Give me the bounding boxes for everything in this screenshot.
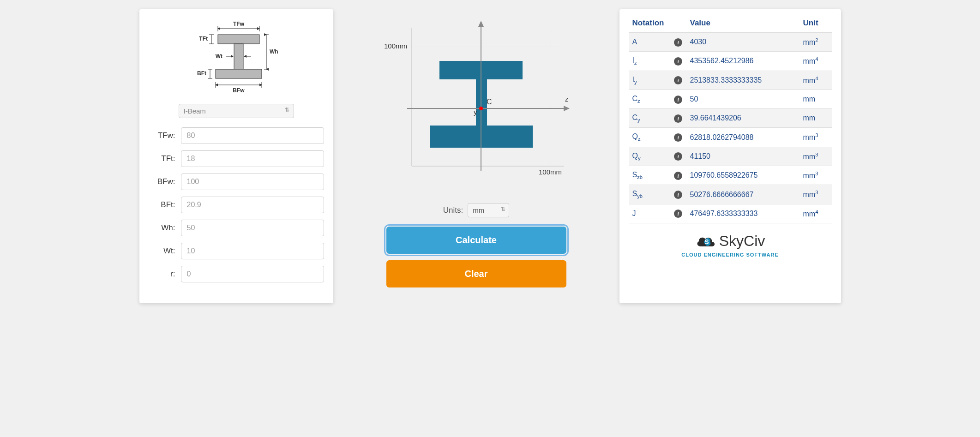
value-cell: 50 [686,90,800,108]
notation-cell: Qz [629,128,670,147]
notation-cell: Iy [629,71,670,90]
table-row: Czi50mm [629,90,832,108]
svg-marker-30 [564,106,570,111]
svg-marker-28 [478,21,484,27]
svg-rect-1 [234,44,243,69]
section-plot: 100mm 100mm C y z [379,18,573,185]
info-cell: i [670,147,686,166]
info-cell: i [670,52,686,71]
field-input-bfw[interactable] [181,174,324,190]
notation-cell: Iz [629,52,670,71]
info-icon[interactable]: i [674,172,682,180]
table-row: Ji476497.6333333333mm4 [629,204,832,223]
notation-cell: Cz [629,90,670,108]
col-unit: Unit [800,14,832,33]
value-cell: 39.6641439206 [686,109,800,128]
svg-point-31 [479,107,483,110]
field-input-bft[interactable] [181,197,324,213]
info-cell: i [670,166,686,185]
value-cell: 41150 [686,147,800,166]
info-cell: i [670,71,686,90]
notation-cell: J [629,204,670,223]
calculate-button[interactable]: Calculate [386,227,566,254]
field-row: BFt: [149,197,324,213]
value-cell: 109760.6558922675 [686,166,800,185]
svg-rect-0 [218,35,259,44]
info-cell: i [670,185,686,204]
info-cell: i [670,90,686,108]
field-label: Wh: [149,223,181,233]
table-row: Izi4353562.45212986mm4 [629,52,832,71]
value-cell: 476497.6333333333 [686,204,800,223]
field-label: TFt: [149,154,181,163]
info-cell: i [670,204,686,223]
units-select[interactable]: mm [468,203,509,217]
field-row: Wh: [149,220,324,236]
info-cell: i [670,109,686,128]
info-icon[interactable]: i [674,152,682,161]
field-label: BFt: [149,200,181,210]
unit-cell: mm [800,109,832,128]
value-cell: 4353562.45212986 [686,52,800,71]
centroid-label: C [487,98,492,106]
field-label: TFw: [149,131,181,140]
logo-text: SkyCiv [719,233,765,250]
field-input-r[interactable] [181,266,324,282]
col-value: Value [686,14,800,33]
unit-cell: mm2 [800,33,832,52]
field-label: BFw: [149,177,181,186]
info-cell: i [670,128,686,147]
unit-cell: mm3 [800,128,832,147]
clear-button[interactable]: Clear [386,260,566,287]
field-label: Wt: [149,246,181,256]
table-row: Iyi2513833.3333333335mm4 [629,71,832,90]
ibeam-diagram: TFw TFt Wt Wh BFt BFw [195,18,278,97]
info-icon[interactable]: i [674,114,682,123]
x-tick: 100mm [538,168,561,176]
input-panel: TFw TFt Wt Wh BFt BFw [139,9,333,303]
info-icon[interactable]: i [674,57,682,66]
info-icon[interactable]: i [674,210,682,218]
label-BFt: BFt [197,70,206,77]
table-row: Ai4030mm2 [629,33,832,52]
info-icon[interactable]: i [674,38,682,47]
unit-cell: mm [800,90,832,108]
label-TFt: TFt [199,36,208,42]
field-input-tfw[interactable] [181,127,324,144]
table-row: Qzi62818.0262794088mm3 [629,128,832,147]
table-row: Cyi39.6641439206mm [629,109,832,128]
notation-cell: Qy [629,147,670,166]
table-row: Szbi109760.6558922675mm3 [629,166,832,185]
unit-cell: mm3 [800,147,832,166]
notation-cell: Cy [629,109,670,128]
info-icon[interactable]: i [674,76,682,84]
field-row: r: [149,266,324,282]
z-axis-label: z [565,95,569,103]
info-icon[interactable]: i [674,191,682,199]
shape-select[interactable]: I-Beam [179,104,294,118]
value-cell: 4030 [686,33,800,52]
svg-rect-2 [216,69,262,78]
field-row: Wt: [149,243,324,259]
info-cell: i [670,33,686,52]
unit-cell: mm3 [800,166,832,185]
results-table: Notation Value Unit Ai4030mm2Izi4353562.… [629,14,832,223]
value-cell: 2513833.3333333335 [686,71,800,90]
field-input-wh[interactable] [181,220,324,236]
value-cell: 62818.0262794088 [686,128,800,147]
label-TFw: TFw [233,21,245,27]
y-tick: 100mm [384,42,407,50]
field-input-tft[interactable] [181,150,324,167]
results-panel: Notation Value Unit Ai4030mm2Izi4353562.… [619,9,841,303]
svg-text:S: S [704,238,709,245]
unit-cell: mm4 [800,204,832,223]
notation-cell: Syb [629,185,670,204]
value-cell: 50276.6666666667 [686,185,800,204]
info-icon[interactable]: i [674,96,682,104]
notation-cell: Szb [629,166,670,185]
info-icon[interactable]: i [674,133,682,142]
unit-cell: mm3 [800,185,832,204]
cloud-icon: S [695,233,716,249]
logo-tagline: CLOUD ENGINEERING SOFTWARE [629,252,832,257]
field-input-wt[interactable] [181,243,324,259]
